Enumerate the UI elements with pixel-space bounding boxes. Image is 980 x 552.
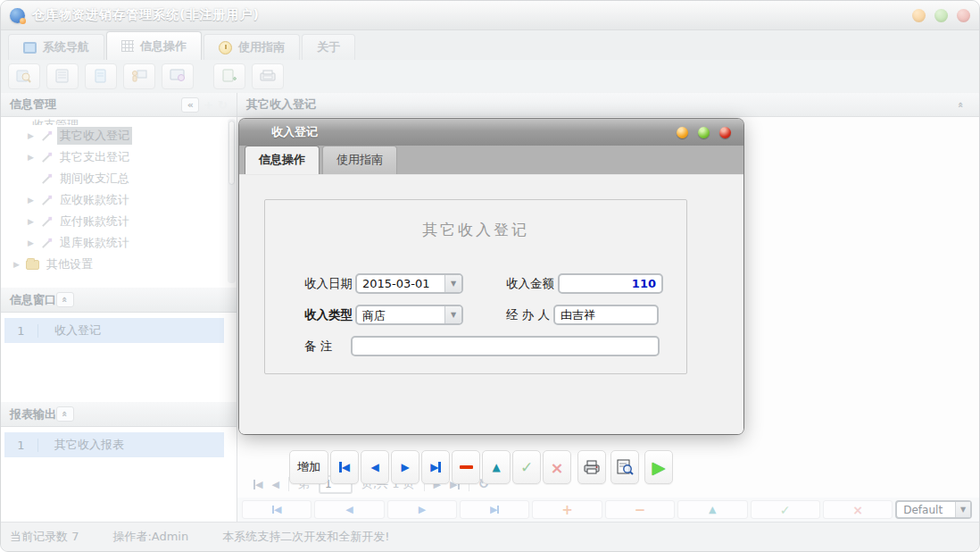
- printer-tray-icon[interactable]: [252, 63, 284, 89]
- style-select[interactable]: Default ▼: [895, 500, 972, 519]
- tree-item-other-income[interactable]: ▶ 其它收入登记: [1, 125, 228, 146]
- tree-item-other-settings[interactable]: ▶ 其他设置: [1, 254, 228, 275]
- expand-arrow-icon[interactable]: ▶: [28, 196, 40, 205]
- edit-button[interactable]: ▲: [482, 450, 511, 484]
- add-button[interactable]: 增加: [289, 450, 328, 484]
- record-cancel-button[interactable]: ×: [823, 500, 893, 519]
- delete-button[interactable]: [452, 450, 480, 484]
- run-button[interactable]: ▶: [644, 450, 673, 484]
- tree-item-other-expense[interactable]: ▶ 其它支出登记: [1, 146, 228, 168]
- expand-arrow-icon[interactable]: ▶: [28, 238, 40, 247]
- tab-info-operation[interactable]: 信息操作: [106, 31, 202, 60]
- dropdown-arrow-icon[interactable]: ▼: [444, 306, 461, 323]
- dialog-title: 收入登记: [271, 124, 318, 140]
- report-output-row[interactable]: 1 其它收入报表: [4, 432, 224, 457]
- record-add-button[interactable]: +: [532, 500, 602, 519]
- style-select-value: Default: [897, 504, 955, 516]
- record-confirm-button[interactable]: ✓: [751, 500, 820, 519]
- dialog-tab-info-operation[interactable]: 信息操作: [245, 146, 320, 174]
- dialog-maximize-button[interactable]: [698, 127, 710, 138]
- grid-icon: [121, 40, 134, 52]
- dialog-button-row: 增加 ◀ ◀ ▶ ▶ ▲ ✓ × ▶: [289, 450, 673, 484]
- tree-item-clipped[interactable]: 收支管理: [1, 117, 228, 125]
- tab-user-guide[interactable]: 使用指南: [203, 34, 300, 60]
- edit-triangle-icon: ▲: [492, 461, 500, 473]
- remark-input[interactable]: [351, 336, 660, 356]
- income-type-select[interactable]: 商店 ▼: [355, 305, 463, 325]
- minimize-button[interactable]: [912, 9, 926, 22]
- collapse-up-icon[interactable]: «: [56, 292, 74, 307]
- dropdown-arrow-icon[interactable]: ▼: [444, 275, 461, 292]
- close-button[interactable]: [957, 9, 970, 22]
- document-icon[interactable]: [85, 63, 117, 89]
- record-prev-button[interactable]: ◀: [314, 500, 384, 519]
- tab-about[interactable]: 关于: [302, 34, 355, 60]
- preview-button[interactable]: [610, 450, 639, 484]
- prev-page-icon[interactable]: ◀: [271, 479, 278, 490]
- printer-icon: [583, 459, 601, 475]
- sidebar: 信息管理 « + ↻ 收支管理 ▶ 其它收入登记 ▶ 其它支出登记: [1, 93, 237, 522]
- expand-arrow-icon[interactable]: ▶: [28, 153, 40, 162]
- dialog-title-bar[interactable]: 收入登记: [239, 119, 743, 146]
- first-page-icon[interactable]: ◀: [253, 479, 262, 490]
- tree-item-payable-stats[interactable]: ▶ 应付账款统计: [1, 211, 228, 232]
- tool-icon: [40, 215, 54, 229]
- record-first-button[interactable]: ◀: [242, 500, 311, 519]
- record-next-button[interactable]: ▶: [387, 500, 457, 519]
- expand-arrow-icon[interactable]: ▶: [28, 217, 40, 226]
- handler-input[interactable]: [553, 305, 659, 325]
- collapse-up-icon[interactable]: «: [56, 406, 74, 422]
- main-toolbar: [1, 60, 979, 92]
- tree-scrollbar-thumb[interactable]: [228, 121, 235, 185]
- info-window-row[interactable]: 1 收入登记: [4, 318, 224, 343]
- dropdown-arrow-icon[interactable]: ▼: [955, 502, 970, 517]
- sidebar-collapse-button[interactable]: «: [181, 97, 199, 113]
- next-record-button[interactable]: ▶: [391, 450, 419, 484]
- play-icon: ▶: [652, 457, 666, 477]
- remark-label: 备 注: [304, 339, 332, 355]
- income-register-dialog: 收入登记 信息操作 使用指南 其它收入登记 收入日期 2015-03-01 ▼: [239, 119, 743, 434]
- tab-system-nav[interactable]: 系统导航: [8, 34, 104, 60]
- doc-add-icon[interactable]: [213, 63, 245, 89]
- income-amount-label: 收入金额: [506, 276, 554, 292]
- dialog-tab-user-guide[interactable]: 使用指南: [322, 146, 397, 174]
- main-tab-bar: 系统导航 信息操作 使用指南 关于: [1, 30, 979, 60]
- tree-scrollbar[interactable]: [228, 119, 236, 283]
- sidebar-refresh-icon[interactable]: ↻: [218, 98, 228, 112]
- income-amount-input[interactable]: [558, 273, 663, 294]
- check-icon: ✓: [520, 458, 533, 476]
- first-record-button[interactable]: ◀: [330, 450, 359, 484]
- main-panel-title: 其它收入登记: [246, 96, 316, 113]
- monitor-icon[interactable]: [162, 63, 194, 89]
- record-delete-button[interactable]: −: [605, 500, 675, 519]
- income-date-select[interactable]: 2015-03-01 ▼: [355, 273, 463, 294]
- record-last-button[interactable]: ▶: [460, 500, 529, 519]
- form-groupbox: 其它收入登记 收入日期 2015-03-01 ▼ 收入金额 收入类型 商店: [264, 199, 687, 374]
- print-button[interactable]: [577, 450, 606, 484]
- sidebar-title: 信息管理: [10, 96, 56, 113]
- user-chart-icon[interactable]: [123, 63, 155, 89]
- expand-arrow-icon[interactable]: ▶: [28, 131, 40, 140]
- dialog-minimize-button[interactable]: [677, 127, 688, 138]
- cross-icon: ×: [550, 458, 563, 477]
- tree-item-receivable-stats[interactable]: ▶ 应收账款统计: [1, 189, 228, 211]
- maximize-button[interactable]: [934, 9, 948, 22]
- tree-item-return-stats[interactable]: ▶ 退库账款统计: [1, 232, 228, 254]
- info-window-header: 信息窗口 «: [1, 288, 237, 313]
- tree-item-period-summary[interactable]: 期间收支汇总: [1, 168, 228, 189]
- cancel-button[interactable]: ×: [543, 450, 571, 484]
- collapse-up-icon[interactable]: «: [952, 97, 970, 113]
- search-form-icon[interactable]: [8, 63, 40, 89]
- record-edit-button[interactable]: ▲: [677, 500, 747, 519]
- confirm-button[interactable]: ✓: [512, 450, 541, 484]
- list-form-icon[interactable]: [46, 63, 79, 89]
- last-record-button[interactable]: ▶: [421, 450, 450, 484]
- expand-arrow-icon[interactable]: ▶: [13, 260, 26, 269]
- window-controls: [912, 9, 970, 22]
- dialog-close-button[interactable]: [719, 127, 731, 138]
- sidebar-add-icon[interactable]: +: [203, 98, 213, 112]
- info-window-title: 信息窗口: [10, 292, 56, 308]
- prev-record-button[interactable]: ◀: [361, 450, 389, 484]
- dialog-tab-bar: 信息操作 使用指南: [239, 146, 743, 175]
- tool-icon: [40, 237, 54, 250]
